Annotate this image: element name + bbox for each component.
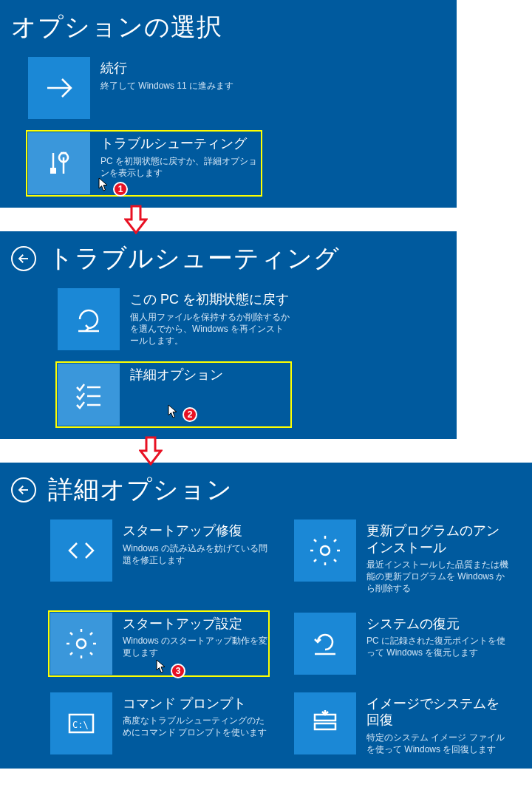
flow-arrow-icon <box>139 436 163 466</box>
tile-desc: 特定のシステム イメージ ファイルを使って Windows を回復します <box>366 732 511 755</box>
tile-grid: スタートアップ修復 Windows の読み込みを妨げている問題を修正します 更新… <box>11 517 521 757</box>
panel-header: トラブルシューティング <box>11 239 446 286</box>
advanced-options-screen: 詳細オプション スタートアップ修復 Windows の読み込みを妨げている問題を… <box>0 463 532 769</box>
cursor-icon <box>156 659 166 674</box>
svg-point-10 <box>321 546 330 555</box>
checklist-icon <box>58 364 120 426</box>
tile-desc: PC に記録された復元ポイントを使って Windows を復元します <box>366 635 511 658</box>
back-button[interactable] <box>11 477 36 502</box>
tile-text: 詳細オプション <box>130 364 290 386</box>
gear-icon <box>50 613 112 675</box>
tile-title: 更新プログラムのアンインストール <box>366 522 511 556</box>
tile-text: 続行 終了して Windows 11 に進みます <box>100 57 260 92</box>
troubleshoot-screen: トラブルシューティング この PC を初期状態に戻す 個人用ファイルを保持するか… <box>0 231 457 439</box>
page-title: オプションの選択 <box>11 10 222 44</box>
page-title: 詳細オプション <box>48 473 233 507</box>
tile-list: 続行 終了して Windows 11 に進みます トラブルシューティング PC … <box>11 55 446 197</box>
tile-text: 更新プログラムのアンインストール 最近インストールした品質または機能の更新プログ… <box>366 519 511 595</box>
tile-title: イメージでシステムを回復 <box>366 695 511 729</box>
panel-header: 詳細オプション <box>11 470 521 517</box>
svg-point-11 <box>77 639 86 648</box>
troubleshoot-tile[interactable]: トラブルシューティング PC を初期状態に戻すか、詳細オプションを表示します 1 <box>26 130 262 197</box>
svg-text:C:\: C:\ <box>72 720 89 730</box>
tile-text: イメージでシステムを回復 特定のシステム イメージ ファイルを使って Windo… <box>366 692 511 755</box>
tile-text: コマンド プロンプト 高度なトラブルシューティングのためにコマンド プロンプトを… <box>123 692 267 739</box>
startup-settings-tile[interactable]: スタートアップ設定 Windows のスタートアップ動作を変更します 3 <box>48 610 270 677</box>
step-badge-3: 3 <box>171 664 185 678</box>
tile-text: スタートアップ修復 Windows の読み込みを妨げている問題を修正します <box>123 519 267 566</box>
tile-title: この PC を初期状態に戻す <box>130 291 290 308</box>
tile-text: スタートアップ設定 Windows のスタートアップ動作を変更します <box>123 613 267 659</box>
panel-header: オプションの選択 <box>11 7 446 55</box>
tile-text: トラブルシューティング PC を初期状態に戻すか、詳細オプションを表示します <box>100 132 260 179</box>
continue-tile[interactable]: 続行 終了して Windows 11 に進みます <box>26 55 262 121</box>
tile-title: トラブルシューティング <box>100 135 260 152</box>
advanced-options-tile[interactable]: 詳細オプション 2 <box>55 361 292 428</box>
tile-desc: PC を初期状態に戻すか、詳細オプションを表示します <box>100 155 260 179</box>
tile-desc: Windows の読み込みを妨げている問題を修正します <box>123 542 267 566</box>
uninstall-updates-tile[interactable]: 更新プログラムのアンインストール 最近インストールした品質または機能の更新プログ… <box>292 517 514 597</box>
reset-pc-tile[interactable]: この PC を初期状態に戻す 個人用ファイルを保持するか削除するかを選んでから、… <box>55 286 292 352</box>
reset-icon <box>58 288 120 350</box>
tile-text: システムの復元 PC に記録された復元ポイントを使って Windows を復元し… <box>366 613 511 659</box>
tile-title: 詳細オプション <box>130 367 290 384</box>
tile-title: スタートアップ設定 <box>123 616 267 633</box>
tile-text: この PC を初期状態に戻す 個人用ファイルを保持するか削除するかを選んでから、… <box>130 288 290 347</box>
tile-title: 続行 <box>100 60 260 77</box>
tile-title: スタートアップ修復 <box>123 522 267 539</box>
tile-title: システムの復元 <box>366 616 511 633</box>
svg-rect-16 <box>315 723 335 729</box>
choose-option-screen: オプションの選択 続行 終了して Windows 11 に進みます <box>0 0 457 208</box>
command-prompt-tile[interactable]: C:\ コマンド プロンプト 高度なトラブルシューティングのためにコマンド プロ… <box>48 690 270 757</box>
back-button[interactable] <box>11 246 36 271</box>
flow-arrow-icon <box>124 205 148 234</box>
tile-desc: 終了して Windows 11 に進みます <box>100 80 260 92</box>
arrow-right-icon <box>28 57 90 119</box>
svg-rect-2 <box>50 168 56 174</box>
tile-desc: Windows のスタートアップ動作を変更します <box>123 635 267 658</box>
tile-desc: 個人用ファイルを保持するか削除するかを選んでから、Windows を再インストー… <box>130 311 290 347</box>
step-badge-1: 1 <box>113 182 128 197</box>
page-title: トラブルシューティング <box>48 242 340 276</box>
code-icon <box>50 519 112 582</box>
restore-icon <box>294 613 356 675</box>
disk-stack-icon <box>294 692 356 754</box>
terminal-icon: C:\ <box>50 692 112 754</box>
system-restore-tile[interactable]: システムの復元 PC に記録された復元ポイントを使って Windows を復元し… <box>292 610 514 677</box>
step-badge-2: 2 <box>183 407 197 422</box>
cursor-icon <box>168 404 178 419</box>
tile-list: この PC を初期状態に戻す 個人用ファイルを保持するか削除するかを選んでから、… <box>11 286 446 428</box>
image-recovery-tile[interactable]: イメージでシステムを回復 特定のシステム イメージ ファイルを使って Windo… <box>292 690 514 757</box>
gear-icon <box>294 519 356 582</box>
tile-desc: 最近インストールした品質または機能の更新プログラムを Windows から削除す… <box>366 559 511 595</box>
cursor-icon <box>98 177 109 192</box>
tile-title: コマンド プロンプト <box>123 695 267 712</box>
startup-repair-tile[interactable]: スタートアップ修復 Windows の読み込みを妨げている問題を修正します <box>48 517 270 597</box>
tile-desc: 高度なトラブルシューティングのためにコマンド プロンプトを使います <box>123 715 267 738</box>
tools-icon <box>28 132 90 194</box>
